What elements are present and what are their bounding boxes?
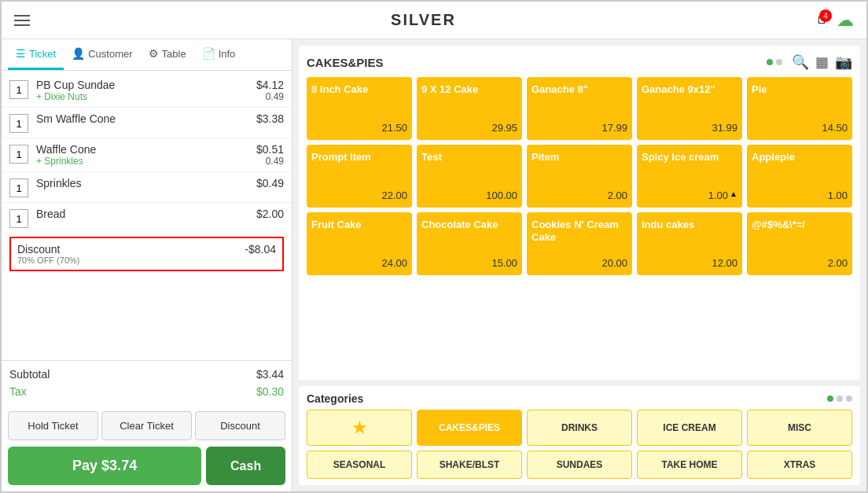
totals-section: Subtotal $3.44 Tax $0.30 xyxy=(2,360,292,405)
tax-row: Tax $0.30 xyxy=(9,383,284,400)
product-card[interactable]: Test 100.00 xyxy=(417,145,522,208)
category-grid: ★ CAKES&PIES DRINKS ICE CREAM MISC SEASO… xyxy=(307,410,852,479)
product-name: Test xyxy=(421,151,517,164)
ticket-icon: ☰ xyxy=(16,47,26,60)
product-price: 20.00 xyxy=(531,257,627,269)
item-price: $4.12 xyxy=(245,79,284,91)
product-name: 9 X 12 Cake xyxy=(421,83,517,96)
products-section: CAKES&PIES 🔍 ▦ 📷 xyxy=(299,46,860,380)
pay-button[interactable]: Pay $3.74 xyxy=(8,447,201,485)
app-title: SILVER xyxy=(391,11,456,29)
search-button[interactable]: 🔍 xyxy=(792,53,809,71)
product-card[interactable]: 8 Inch Cake 21.50 xyxy=(307,77,412,140)
category-drinks-button[interactable]: DRINKS xyxy=(527,410,632,446)
product-name: Prompt Item xyxy=(311,151,407,164)
app-container: SILVER 🗒 4 ☁ ☰ Ticket 👤 Customer xyxy=(0,0,868,493)
product-card[interactable]: Chocolate Cake 15.00 xyxy=(417,212,522,275)
product-price: 29.95 xyxy=(421,122,517,134)
camera-button[interactable]: 📷 xyxy=(835,53,852,71)
product-card[interactable]: 9 X 12 Cake 29.95 xyxy=(417,77,522,140)
discount-row[interactable]: Discount 70% OFF (70%) -$8.04 xyxy=(9,237,284,271)
quantity-box[interactable]: 1 xyxy=(9,80,28,99)
category-shake-button[interactable]: SHAKE/BLST xyxy=(417,451,522,479)
item-details: Sm Waffle Cone xyxy=(36,112,245,125)
product-card[interactable]: Prompt Item 22.00 xyxy=(307,145,412,208)
category-xtras-button[interactable]: XTRAS xyxy=(747,451,852,479)
product-card[interactable]: Pie 14.50 xyxy=(747,77,852,140)
header-right: 🗒 4 ☁ xyxy=(817,10,854,31)
discount-button[interactable]: Discount xyxy=(195,411,285,440)
item-details: Sprinkles xyxy=(36,177,245,189)
discount-amount: -$8.04 xyxy=(245,243,276,256)
quantity-box[interactable]: 1 xyxy=(9,145,28,164)
product-card[interactable]: Spicy Ice cream 1.00 ▲ xyxy=(637,145,742,208)
products-header: CAKES&PIES 🔍 ▦ 📷 xyxy=(307,53,852,71)
price-with-arrow: 1.00 ▲ xyxy=(642,186,737,201)
cash-button[interactable]: Cash xyxy=(206,447,285,485)
tab-info-label: Info xyxy=(219,48,236,60)
category-cakes-button[interactable]: CAKES&PIES xyxy=(417,410,522,446)
tab-table[interactable]: ⚙ Table xyxy=(141,39,194,70)
table-icon: ⚙ xyxy=(149,47,159,60)
quantity-box[interactable]: 1 xyxy=(9,178,28,197)
list-item[interactable]: 1 Waffle Cone + Sprinkles $0.51 0.49 xyxy=(2,138,292,172)
item-price: $0.49 xyxy=(245,177,284,189)
clear-ticket-button[interactable]: Clear Ticket xyxy=(101,411,192,440)
item-price: $3.38 xyxy=(245,112,284,125)
product-name: Fruit Cake xyxy=(311,219,407,231)
product-price: 2.00 xyxy=(531,189,627,201)
header-left xyxy=(14,15,30,26)
product-card[interactable]: Applepie 1.00 xyxy=(747,145,852,208)
tab-ticket[interactable]: ☰ Ticket xyxy=(8,39,64,70)
products-dots xyxy=(767,59,782,65)
barcode-button[interactable]: ▦ xyxy=(815,53,829,71)
product-name: Chocolate Cake xyxy=(421,219,517,231)
category-misc-button[interactable]: MISC xyxy=(747,410,852,446)
dot-inactive2 xyxy=(846,396,852,402)
category-icecream-button[interactable]: ICE CREAM xyxy=(637,410,742,446)
products-title: CAKES&PIES xyxy=(307,56,384,69)
product-card[interactable]: Pitem 2.00 xyxy=(527,145,632,208)
right-panel: CAKES&PIES 🔍 ▦ 📷 xyxy=(292,39,866,491)
category-star-button[interactable]: ★ xyxy=(307,410,412,446)
product-card[interactable]: Cookies N' Cream Cake 20.00 xyxy=(527,212,632,275)
dot-inactive xyxy=(837,396,843,402)
product-price: 15.00 xyxy=(421,257,517,269)
product-name: Cookies N' Cream Cake xyxy=(531,219,627,243)
list-item[interactable]: 1 Sprinkles $0.49 xyxy=(2,172,292,203)
item-details: Waffle Cone + Sprinkles xyxy=(36,143,245,167)
product-card[interactable]: indu cakes 12.00 xyxy=(637,212,742,275)
product-card[interactable]: Fruit Cake 24.00 xyxy=(307,212,412,275)
product-price: 1.00 xyxy=(752,189,848,201)
quantity-box[interactable]: 1 xyxy=(9,114,28,133)
quantity-box[interactable]: 1 xyxy=(9,209,28,228)
list-item[interactable]: 1 PB Cup Sundae + Dixie Nuts $4.12 0.49 xyxy=(2,74,292,108)
product-name: Pie xyxy=(752,83,848,96)
tab-table-label: Table xyxy=(162,48,186,60)
list-item[interactable]: 1 Bread $2.00 xyxy=(2,203,292,234)
list-item[interactable]: 1 Sm Waffle Cone $3.38 xyxy=(2,108,292,138)
product-price: 17.99 xyxy=(531,122,627,134)
up-arrow-icon: ▲ xyxy=(730,189,737,198)
modifier-price: 0.49 xyxy=(245,156,284,167)
product-name: Spicy Ice cream xyxy=(642,151,737,164)
category-takehome-button[interactable]: TAKE HOME xyxy=(637,451,742,479)
product-card[interactable]: Ganache 8" 17.99 xyxy=(527,77,632,140)
tab-customer[interactable]: 👤 Customer xyxy=(64,39,140,70)
menu-icon[interactable] xyxy=(14,15,30,26)
category-sundaes-button[interactable]: SUNDAES xyxy=(527,451,632,479)
product-card[interactable]: Ganache 9x12" 31.99 xyxy=(637,77,742,140)
product-card[interactable]: @#$%&\*=/ 2.00 xyxy=(747,212,852,275)
hold-ticket-button[interactable]: Hold Ticket xyxy=(8,411,98,440)
category-seasonal-button[interactable]: SEASONAL xyxy=(307,451,412,479)
modifier-price: 0.49 xyxy=(245,91,284,102)
product-name: Ganache 8" xyxy=(531,83,627,96)
product-name: 8 Inch Cake xyxy=(311,83,407,96)
product-price: 14.50 xyxy=(752,122,848,134)
subtotal-value: $3.44 xyxy=(256,368,284,381)
tab-info[interactable]: 📄 Info xyxy=(194,39,244,70)
notification-button[interactable]: 🗒 4 xyxy=(817,14,827,26)
item-price: $2.00 xyxy=(245,208,284,220)
item-name: Bread xyxy=(36,208,245,220)
item-name: Sm Waffle Cone xyxy=(36,112,245,125)
